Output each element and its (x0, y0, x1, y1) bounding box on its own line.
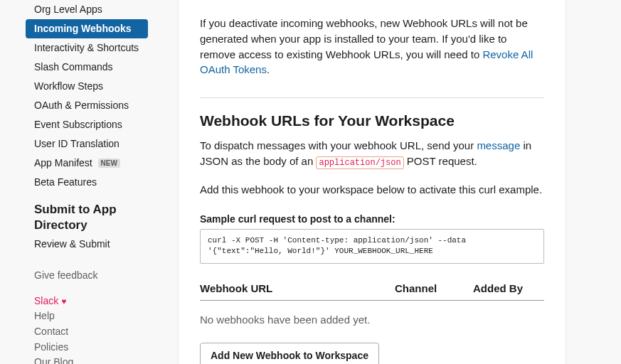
give-feedback-link[interactable]: Give feedback (34, 268, 164, 284)
empty-state: No webhooks have been added yet. (200, 314, 544, 326)
submit-section-title: Submit to App Directory (0, 192, 171, 235)
policies-link[interactable]: Policies (34, 340, 164, 355)
sidebar: Org Level Apps Incoming Webhooks Interac… (0, 0, 171, 364)
blog-link[interactable]: Our Blog (34, 355, 164, 364)
main-content: If you deactivate incoming webhooks, new… (178, 0, 566, 364)
nav-item-app-manifest[interactable]: App Manifest NEW (0, 154, 171, 173)
contact-link[interactable]: Contact (34, 324, 164, 340)
divider (200, 97, 544, 98)
webhook-table: Webhook URL Channel Added By No webhooks… (200, 282, 544, 326)
add-webhook-button[interactable]: Add New Webhook to Workspace (200, 343, 379, 364)
slack-brand-link[interactable]: Slack ♥ (34, 294, 164, 309)
section-title: Webhook URLs for Your Workspace (200, 112, 544, 129)
nav-item-interactivity-shortcuts[interactable]: Interactivity & Shortcuts (0, 38, 171, 58)
sidebar-nav: Org Level Apps Incoming Webhooks Interac… (0, 0, 171, 192)
help-link[interactable]: Help (34, 309, 164, 324)
sample-label: Sample curl request to post to a channel… (200, 213, 544, 225)
nav-item-beta-features[interactable]: Beta Features (0, 173, 171, 192)
nav-item-workflow-steps[interactable]: Workflow Steps (0, 77, 171, 96)
nav-item-oauth-permissions[interactable]: OAuth & Permissions (0, 96, 171, 115)
code-inline-appjson: application/json (316, 156, 403, 169)
nav-item-incoming-webhooks[interactable]: Incoming Webhooks (26, 19, 148, 38)
heart-icon: ♥ (61, 296, 66, 306)
nav-item-user-id-translation[interactable]: User ID Translation (0, 134, 171, 154)
nav-item-review-submit[interactable]: Review & Submit (0, 235, 171, 254)
dispatch-text: To dispatch messages with your webhook U… (200, 138, 544, 169)
activate-text: Add this webhook to your workspace below… (200, 182, 544, 198)
col-webhook-url: Webhook URL (200, 282, 395, 294)
nav-item-org-level-apps[interactable]: Org Level Apps (0, 0, 171, 19)
sidebar-footer: Give feedback Slack ♥ Help Contact Polic… (0, 254, 171, 364)
col-channel: Channel (395, 282, 473, 294)
message-link[interactable]: message (477, 139, 520, 151)
nav-item-event-subscriptions[interactable]: Event Subscriptions (0, 115, 171, 134)
deactivate-warning: If you deactivate incoming webhooks, new… (200, 16, 544, 77)
table-header: Webhook URL Channel Added By (200, 282, 544, 301)
nav-item-slash-commands[interactable]: Slash Commands (0, 58, 171, 77)
sample-code-block: curl -X POST -H 'Content-type: applicati… (200, 229, 544, 264)
new-badge: NEW (98, 159, 120, 168)
col-added-by: Added By (473, 282, 544, 294)
